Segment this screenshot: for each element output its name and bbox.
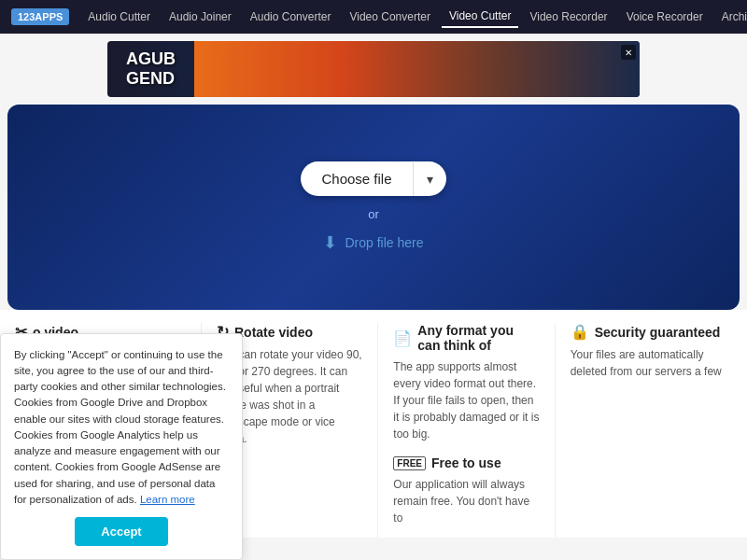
choose-file-label: Choose file [301, 161, 412, 196]
nav-voice-recorder[interactable]: Voice Recorder [619, 7, 711, 27]
nav-archive-extractor[interactable]: Archive Extractor [714, 7, 747, 27]
nav-video-recorder[interactable]: Video Recorder [522, 7, 614, 27]
or-separator: or [368, 207, 379, 221]
feature-format-text: The app supports almost every video form… [393, 358, 539, 442]
feature-security-text: Your files are automatically deleted fro… [571, 346, 732, 380]
cookie-text: By clicking "Accept" or continuing to us… [14, 347, 229, 509]
drop-file-label: Drop file here [345, 235, 423, 250]
format-icon: 📄 [393, 329, 412, 347]
drop-file-area[interactable]: ⬇ Drop file here [323, 232, 423, 253]
feature-security-title: 🔒 Security guaranteed [571, 323, 732, 341]
feature-security: 🔒 Security guaranteed Your files are aut… [556, 323, 732, 538]
security-icon: 🔒 [571, 323, 589, 341]
ad-banner: AGUBGEND ✕ [107, 41, 640, 97]
nav-audio-converter[interactable]: Audio Converter [243, 7, 339, 27]
nav-video-converter[interactable]: Video Converter [342, 7, 438, 27]
free-icon: FREE [393, 456, 426, 470]
upload-area: Choose file ▾ or ⬇ Drop file here [7, 105, 740, 310]
feature-free-title: FREE Free to use [393, 455, 539, 470]
nav-video-cutter[interactable]: Video Cutter [442, 6, 519, 28]
top-navigation: 123APPS Audio Cutter Audio Joiner Audio … [0, 0, 747, 34]
feature-free-text: Our application will always remain free.… [393, 476, 539, 526]
ad-text: AGUBGEND [107, 41, 194, 97]
ad-close-button[interactable]: ✕ [621, 45, 636, 60]
feature-format-title: 📄 Any format you can think of [393, 323, 539, 353]
dropdown-arrow-icon[interactable]: ▾ [414, 162, 446, 196]
cookie-consent-banner: By clicking "Accept" or continuing to us… [0, 333, 243, 561]
cookie-accept-button[interactable]: Accept [75, 517, 167, 546]
app-logo[interactable]: 123APPS [11, 8, 69, 25]
choose-file-button[interactable]: Choose file ▾ [301, 161, 445, 196]
download-icon: ⬇ [323, 232, 337, 253]
nav-audio-joiner[interactable]: Audio Joiner [162, 7, 239, 27]
nav-audio-cutter[interactable]: Audio Cutter [80, 7, 158, 27]
cookie-learn-more-link[interactable]: Learn more [140, 494, 195, 505]
feature-format: 📄 Any format you can think of The app su… [378, 323, 555, 538]
